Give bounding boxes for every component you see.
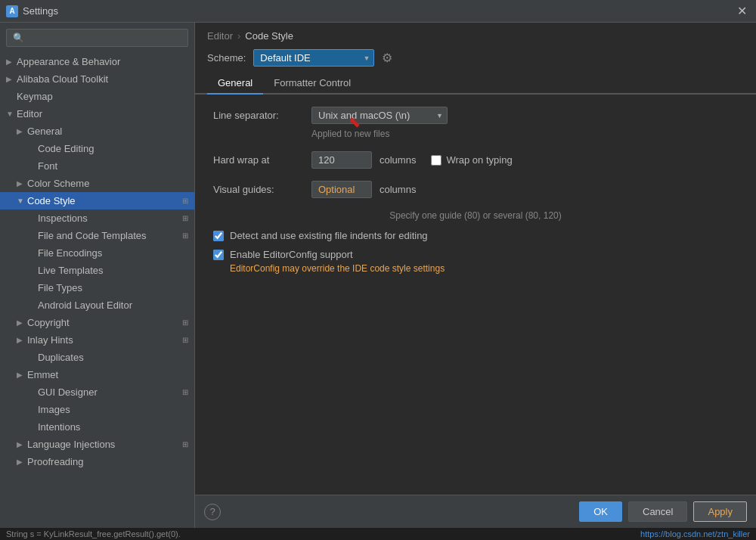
- sidebar-item-inspections[interactable]: Inspections ⊞: [0, 209, 194, 227]
- tab-formatter-control[interactable]: Formatter Control: [263, 73, 361, 95]
- sidebar-item-language-injections[interactable]: Language Injections ⊞: [0, 436, 194, 453]
- detect-indents-checkbox[interactable]: [213, 231, 224, 241]
- sidebar-item-label: Images: [38, 404, 188, 415]
- sidebar-item-label: Code Editing: [38, 143, 188, 154]
- sidebar-item-label: Copyright: [27, 317, 178, 328]
- columns-label: columns: [380, 154, 416, 166]
- sidebar-item-label: Inlay Hints: [27, 334, 178, 346]
- sidebar-item-code-style[interactable]: Code Style ⊞ ◀: [0, 192, 194, 209]
- sidebar-item-duplicates[interactable]: Duplicates: [0, 349, 194, 366]
- detect-indents-row: Detect and use existing file indents for…: [213, 230, 738, 241]
- wrap-on-typing-checkbox[interactable]: [431, 155, 442, 166]
- line-separator-row: Line separator: Unix and macOS (\n)Windo…: [213, 107, 738, 124]
- sidebar-item-file-encodings[interactable]: File Encodings: [0, 244, 194, 262]
- sidebar-item-label: Proofreading: [27, 456, 188, 467]
- breadcrumb-parent: Editor: [207, 30, 233, 42]
- detect-indents-label[interactable]: Detect and use existing file indents for…: [230, 230, 428, 241]
- sidebar-item-label: Color Scheme: [27, 178, 188, 189]
- sidebar-item-alibaba[interactable]: Alibaba Cloud Toolkit: [0, 70, 194, 88]
- search-input[interactable]: [6, 29, 188, 47]
- tab-general[interactable]: General: [207, 73, 263, 95]
- arrow-icon: [17, 127, 27, 135]
- sidebar-item-file-code-templates[interactable]: File and Code Templates ⊞: [0, 227, 194, 244]
- arrow-icon: [17, 318, 27, 327]
- tabs-row: General Formatter Control: [195, 73, 756, 95]
- sidebar-item-label: Android Layout Editor: [38, 299, 188, 311]
- ok-button[interactable]: OK: [579, 501, 622, 522]
- sidebar-item-copyright[interactable]: Copyright ⊞: [0, 314, 194, 331]
- sidebar-item-android-layout[interactable]: Android Layout Editor: [0, 296, 194, 314]
- arrow-icon: [17, 371, 27, 379]
- sidebar-item-inlay-hints[interactable]: Inlay Hints ⊞: [0, 331, 194, 349]
- sidebar-item-label: General: [27, 126, 188, 137]
- arrow-icon: [17, 179, 27, 188]
- applied-note: Applied to new files: [311, 129, 389, 139]
- sync-icon: ⊞: [178, 214, 188, 222]
- arrow-icon: [17, 458, 27, 466]
- sidebar: Appearance & Behavior Alibaba Cloud Tool…: [0, 23, 195, 528]
- breadcrumb: Editor › Code Style: [195, 23, 756, 46]
- sidebar-item-label: Language Injections: [27, 439, 178, 450]
- dialog-buttons: OK Cancel Apply: [579, 501, 747, 522]
- cancel-button[interactable]: Cancel: [628, 501, 687, 522]
- breadcrumb-separator: ›: [237, 30, 240, 42]
- arrow-icon: [17, 197, 27, 205]
- sidebar-item-label: Duplicates: [38, 352, 188, 363]
- sidebar-item-label: File Encodings: [38, 247, 188, 259]
- sidebar-item-editor[interactable]: Editor ◀: [0, 105, 194, 123]
- sidebar-item-file-types[interactable]: File Types: [0, 279, 194, 296]
- sidebar-item-font[interactable]: Font: [0, 157, 194, 175]
- sidebar-item-label: Emmet: [27, 369, 188, 380]
- sidebar-item-emmet[interactable]: Emmet: [0, 366, 194, 383]
- sidebar-item-images[interactable]: Images: [0, 401, 194, 418]
- sidebar-item-color-scheme[interactable]: Color Scheme: [0, 175, 194, 192]
- arrow-icon: [17, 336, 27, 344]
- visual-guides-row: Visual guides: columns: [213, 181, 738, 198]
- line-separator-select-wrapper: Unix and macOS (\n)Windows (\r\n)Classic…: [311, 107, 448, 124]
- sidebar-item-code-editing[interactable]: Code Editing: [0, 140, 194, 157]
- sidebar-item-label: GUI Designer: [38, 386, 178, 398]
- sidebar-item-label: File and Code Templates: [38, 230, 178, 241]
- apply-button[interactable]: Apply: [693, 501, 747, 522]
- sidebar-item-label: Code Style: [27, 195, 178, 206]
- sidebar-item-appearance[interactable]: Appearance & Behavior: [0, 53, 194, 70]
- scheme-row: Scheme: Default IDE ⚙: [195, 46, 756, 73]
- arrow-icon: [17, 440, 27, 448]
- sidebar-item-general[interactable]: General: [0, 123, 194, 140]
- sidebar-item-label: Keymap: [17, 91, 188, 102]
- sidebar-item-live-templates[interactable]: Live Templates: [0, 262, 194, 279]
- arrow-icon: [6, 110, 17, 118]
- guide-hint: Specify one guide (80) or several (80, 1…: [213, 210, 738, 221]
- arrow-icon: [6, 75, 17, 83]
- sidebar-item-label: File Types: [38, 282, 188, 293]
- scheme-select[interactable]: Default IDE: [253, 49, 374, 67]
- editor-config-checkbox[interactable]: [213, 250, 224, 260]
- sidebar-item-intentions[interactable]: Intentions: [0, 418, 194, 436]
- sidebar-item-label: Intentions: [38, 421, 188, 433]
- settings-content: Line separator: Unix and macOS (\n)Windo…: [195, 95, 756, 495]
- sidebar-search-wrapper: [0, 23, 194, 53]
- editor-config-label[interactable]: Enable EditorConfig support: [230, 249, 353, 260]
- sync-icon: ⊞: [178, 231, 188, 240]
- visual-guides-columns: columns: [380, 184, 416, 195]
- help-button[interactable]: ?: [204, 504, 221, 520]
- title-bar: A Settings ✕: [0, 0, 756, 23]
- visual-guides-label: Visual guides:: [213, 184, 304, 195]
- close-button[interactable]: ✕: [734, 4, 750, 18]
- sidebar-item-label: Live Templates: [38, 265, 188, 276]
- sync-icon: ⊞: [178, 336, 188, 344]
- editor-config-note: EditorConfig may override the IDE code s…: [230, 263, 738, 274]
- sidebar-item-keymap[interactable]: Keymap: [0, 88, 194, 105]
- line-separator-select[interactable]: Unix and macOS (\n)Windows (\r\n)Classic…: [311, 107, 448, 124]
- sidebar-item-label: Inspections: [38, 213, 178, 224]
- bottom-bar: ? OK Cancel Apply: [195, 495, 756, 528]
- sidebar-item-gui-designer[interactable]: GUI Designer ⊞: [0, 383, 194, 401]
- gear-icon[interactable]: ⚙: [382, 51, 392, 65]
- hard-wrap-input[interactable]: [311, 151, 372, 169]
- breadcrumb-current: Code Style: [245, 30, 293, 42]
- visual-guides-input[interactable]: [311, 181, 372, 198]
- hard-wrap-row: Hard wrap at columns Wrap on typing: [213, 151, 738, 169]
- wrap-on-typing-label[interactable]: Wrap on typing: [446, 154, 512, 166]
- arrow-icon: [6, 57, 17, 66]
- sidebar-item-proofreading[interactable]: Proofreading: [0, 453, 194, 470]
